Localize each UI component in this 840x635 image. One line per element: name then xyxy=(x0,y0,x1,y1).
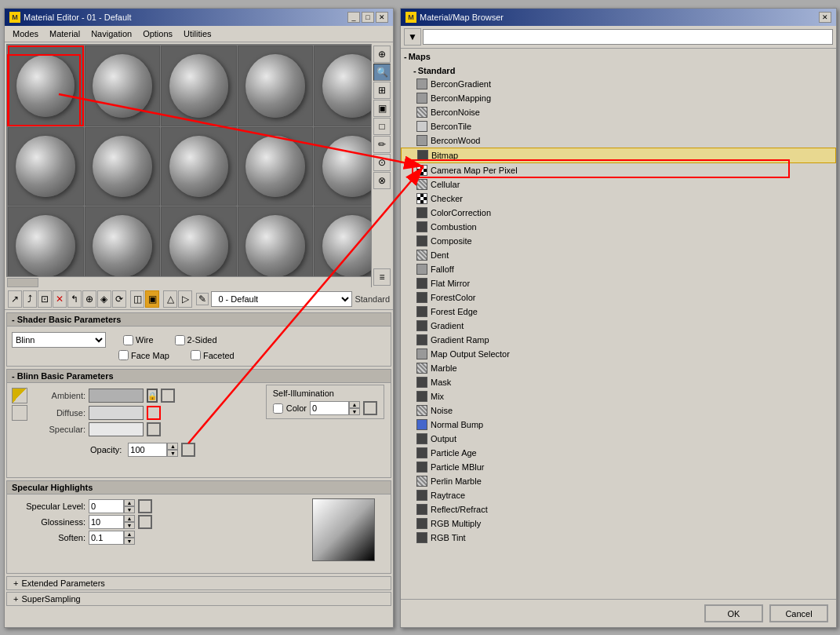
facemap-checkbox[interactable] xyxy=(118,350,129,360)
browser-close-button[interactable]: ✕ xyxy=(819,12,831,23)
preview-tool-4[interactable]: ▣ xyxy=(373,100,391,117)
sphere-slot-11[interactable] xyxy=(8,206,84,286)
tree-item-noise[interactable]: Noise xyxy=(401,403,836,418)
preview-tool-1[interactable]: ⊕ xyxy=(373,46,391,63)
tree-item-particle-age[interactable]: Particle Age xyxy=(401,446,836,460)
blinn-basic-params-header[interactable]: - Blinn Basic Parameters xyxy=(7,370,391,383)
go-to-parent-button[interactable]: △ xyxy=(163,290,177,308)
tree-item-flat-mirror[interactable]: Flat Mirror xyxy=(401,276,836,290)
super-sampling-button[interactable]: + SuperSampling xyxy=(6,592,391,606)
standard-root[interactable]: - Standard xyxy=(401,64,836,77)
get-material-button[interactable]: ⤴ xyxy=(23,290,37,308)
preview-tool-7[interactable]: ⊙ xyxy=(373,154,391,171)
menu-utilities[interactable]: Utilities xyxy=(179,27,216,40)
menu-options[interactable]: Options xyxy=(138,27,177,40)
show-map-button[interactable]: ◫ xyxy=(130,290,144,308)
material-name-dropdown[interactable]: 0 - Default xyxy=(211,291,352,307)
tree-item-normal-bump[interactable]: Normal Bump xyxy=(401,418,836,432)
sphere-slot-3[interactable] xyxy=(161,46,237,126)
preview-tool-2[interactable]: 🔍 xyxy=(373,64,391,81)
tree-item-gradient[interactable]: Gradient xyxy=(401,319,836,333)
ambient-swatch[interactable] xyxy=(89,389,144,403)
sphere-slot-14[interactable] xyxy=(238,206,314,286)
make-unique-button[interactable]: ◈ xyxy=(97,290,111,308)
tree-item-berconnoise[interactable]: BerconNoise xyxy=(401,105,836,119)
tree-item-particle-mblur[interactable]: Particle MBlur xyxy=(401,460,836,474)
opacity-down-arrow[interactable]: ▼ xyxy=(167,450,178,457)
sphere-slot-4[interactable] xyxy=(238,46,314,126)
self-illum-color-checkbox[interactable] xyxy=(273,403,283,414)
tree-item-perlin-marble[interactable]: Perlin Marble xyxy=(401,474,836,488)
glossiness-input[interactable] xyxy=(89,515,124,529)
menu-modes[interactable]: Modes xyxy=(8,27,43,40)
show-end-result-button[interactable]: ▣ xyxy=(145,290,159,308)
tree-item-colorcorrection[interactable]: ColorCorrection xyxy=(401,206,836,220)
preview-tool-3[interactable]: ⊞ xyxy=(373,82,391,99)
tree-item-gradient-ramp[interactable]: Gradient Ramp xyxy=(401,333,836,347)
tree-item-rgb-tint[interactable]: RGB Tint xyxy=(401,531,836,545)
minimize-button[interactable]: _ xyxy=(347,12,360,23)
shader-basic-params-header[interactable]: - Shader Basic Parameters xyxy=(7,313,391,327)
maps-root[interactable]: - Maps xyxy=(401,50,836,63)
tree-item-bitmap[interactable]: Bitmap xyxy=(401,148,836,163)
browser-search-input[interactable] xyxy=(423,29,833,45)
spec-level-down[interactable]: ▼ xyxy=(124,506,135,513)
sphere-slot-9[interactable] xyxy=(238,127,314,206)
tree-item-bercongradient[interactable]: BerconGradient xyxy=(401,77,836,91)
tree-item-berconwood[interactable]: BerconWood xyxy=(401,133,836,148)
tree-item-output[interactable]: Output xyxy=(401,432,836,446)
tree-item-composite[interactable]: Composite xyxy=(401,234,836,248)
faceted-checkbox[interactable] xyxy=(191,350,201,360)
sphere-slot-6[interactable] xyxy=(8,127,84,206)
opacity-map-button[interactable] xyxy=(181,443,195,457)
wire-checkbox[interactable] xyxy=(123,335,133,345)
menu-material[interactable]: Material xyxy=(45,27,85,40)
paste-material-button[interactable]: ⊕ xyxy=(82,290,96,308)
self-illum-map-button[interactable] xyxy=(363,401,377,415)
tree-item-falloff[interactable]: Falloff xyxy=(401,262,836,276)
go-forward-button[interactable]: ▷ xyxy=(178,290,192,308)
sphere-slot-12[interactable] xyxy=(85,206,161,286)
glossiness-map-button[interactable] xyxy=(138,515,152,529)
ok-button[interactable]: OK xyxy=(704,604,763,622)
tree-item-map-output-selector[interactable]: Map Output Selector xyxy=(401,347,836,361)
soften-input[interactable] xyxy=(89,531,124,545)
specular-highlights-header[interactable]: Specular Highlights xyxy=(7,481,391,494)
opacity-input[interactable] xyxy=(128,443,167,457)
ambient-map-button[interactable] xyxy=(161,389,175,403)
sphere-slot-8[interactable] xyxy=(161,127,237,206)
tree-item-cellular[interactable]: Cellular xyxy=(401,177,836,192)
reset-button[interactable]: ⟳ xyxy=(112,290,126,308)
cancel-button[interactable]: Cancel xyxy=(769,604,828,622)
maximize-button[interactable]: □ xyxy=(362,12,374,23)
soften-up[interactable]: ▲ xyxy=(124,531,135,538)
h-scrollbar[interactable] xyxy=(6,276,371,287)
self-illum-value-input[interactable] xyxy=(310,401,349,415)
sphere-slot-7[interactable] xyxy=(85,127,161,206)
spec-level-map-button[interactable] xyxy=(138,499,152,513)
extended-params-button[interactable]: + Extended Parameters xyxy=(6,576,391,590)
pick-material-button[interactable]: ↗ xyxy=(8,290,22,308)
preview-tool-6[interactable]: ✏ xyxy=(373,136,391,153)
tree-item-reflect/refract[interactable]: Reflect/Refract xyxy=(401,502,836,516)
spec-level-up[interactable]: ▲ xyxy=(124,499,135,506)
close-button[interactable]: ✕ xyxy=(376,12,388,23)
specular-map-button[interactable] xyxy=(147,422,161,436)
preview-tool-5[interactable]: □ xyxy=(373,118,391,135)
tree-item-bercontile[interactable]: BerconTile xyxy=(401,119,836,133)
delete-material-button[interactable]: ✕ xyxy=(53,290,67,308)
tree-item-camera-map-per-pixel[interactable]: Camera Map Per Pixel xyxy=(401,163,836,177)
two-sided-checkbox[interactable] xyxy=(175,335,185,345)
sphere-slot-13[interactable] xyxy=(161,206,237,286)
shader-type-dropdown[interactable]: Blinn xyxy=(12,332,106,348)
sphere-slot-1[interactable] xyxy=(8,46,84,126)
self-illum-down-arrow[interactable]: ▼ xyxy=(349,408,360,415)
sphere-slot-2[interactable] xyxy=(85,46,161,126)
tree-item-forest-edge[interactable]: Forest Edge xyxy=(401,305,836,319)
diffuse-swatch[interactable] xyxy=(89,406,144,420)
tree-item-marble[interactable]: Marble xyxy=(401,361,836,375)
diffuse-map-button[interactable] xyxy=(147,406,161,420)
tree-item-checker[interactable]: Checker xyxy=(401,192,836,206)
ambient-lock-button[interactable]: 🔒 xyxy=(147,389,158,403)
tree-item-dent[interactable]: Dent xyxy=(401,248,836,262)
